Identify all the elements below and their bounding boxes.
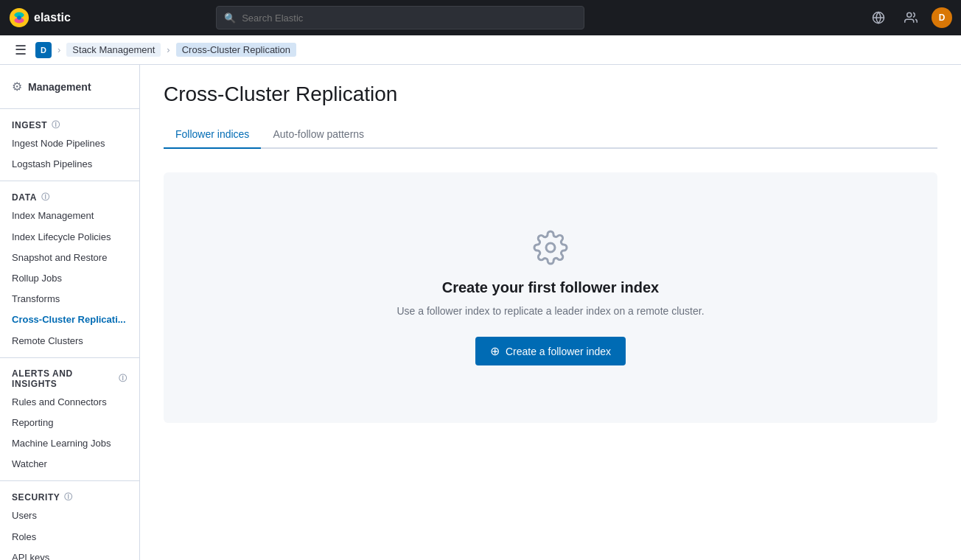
plus-circle-icon: ⊕ — [490, 344, 500, 358]
elastic-wordmark: elastic — [34, 11, 71, 24]
create-follower-index-button[interactable]: ⊕ Create a follower index — [475, 337, 626, 365]
sidebar-item-api-keys[interactable]: API keys — [0, 547, 139, 560]
sidebar-item-machine-learning-jobs[interactable]: Machine Learning Jobs — [0, 433, 139, 454]
sidebar-divider-top — [0, 108, 139, 109]
sidebar-item-cross-cluster-replication[interactable]: Cross-Cluster Replicati... — [0, 309, 139, 330]
breadcrumb-current-page: Cross-Cluster Replication — [176, 43, 296, 57]
user-avatar[interactable]: D — [932, 7, 952, 28]
alerts-label: Alerts and Insights — [12, 368, 114, 389]
sidebar-item-rules-and-connectors[interactable]: Rules and Connectors — [0, 392, 139, 413]
sidebar-item-ingest-node-pipelines[interactable]: Ingest Node Pipelines — [0, 133, 139, 154]
empty-state-container: Create your first follower index Use a f… — [164, 172, 937, 423]
breadcrumb-separator-2: › — [167, 44, 170, 55]
people-icon-button[interactable] — [899, 6, 923, 29]
management-label: Management — [28, 81, 91, 93]
sidebar-data-header: Data ⓘ — [0, 187, 139, 206]
tab-auto-follow-patterns[interactable]: Auto-follow patterns — [261, 121, 376, 149]
people-icon — [904, 11, 918, 24]
security-info-icon[interactable]: ⓘ — [64, 491, 73, 503]
sidebar-divider-ingest — [0, 181, 139, 181]
svg-point-6 — [907, 13, 912, 17]
breadcrumb-separator-1: › — [57, 44, 60, 55]
svg-point-3 — [17, 15, 21, 20]
empty-state-title: Create your first follower index — [396, 279, 704, 296]
alerts-info-icon[interactable]: ⓘ — [119, 373, 127, 384]
search-bar[interactable]: 🔍 — [216, 6, 584, 29]
elastic-logo[interactable]: elastic — [9, 7, 71, 28]
sidebar-security-header: Security ⓘ — [0, 487, 139, 505]
sidebar-ingest-header: Ingest ⓘ — [0, 115, 139, 133]
nav-icons: D — [867, 6, 952, 29]
breadcrumb-bar: ☰ D › Stack Management › Cross-Cluster R… — [0, 35, 961, 65]
sidebar-item-rollup-jobs[interactable]: Rollup Jobs — [0, 268, 139, 289]
tab-follower-indices-label: Follower indices — [175, 128, 249, 140]
main-layout: ⚙ Management Ingest ⓘ Ingest Node Pipeli… — [0, 0, 961, 560]
tabs-container: Follower indices Auto-follow patterns — [164, 121, 937, 149]
sidebar-item-logstash-pipelines[interactable]: Logstash Pipelines — [0, 154, 139, 175]
create-follower-index-label: Create a follower index — [506, 346, 611, 357]
sidebar-item-index-lifecycle-policies[interactable]: Index Lifecycle Policies — [0, 227, 139, 248]
security-label: Security — [12, 492, 60, 503]
sidebar-item-transforms[interactable]: Transforms — [0, 289, 139, 309]
elastic-logo-icon — [9, 7, 29, 28]
d-badge: D — [35, 42, 52, 58]
menu-toggle-button[interactable]: ☰ — [12, 39, 29, 61]
svg-point-7 — [546, 243, 555, 252]
empty-state-gear-icon — [396, 230, 704, 267]
empty-state-description: Use a follower index to replicate a lead… — [396, 304, 704, 319]
sidebar-item-index-management[interactable]: Index Management — [0, 206, 139, 226]
sidebar-item-snapshot-and-restore[interactable]: Snapshot and Restore — [0, 248, 139, 268]
sidebar: ⚙ Management Ingest ⓘ Ingest Node Pipeli… — [0, 65, 140, 560]
breadcrumb-stack-management[interactable]: Stack Management — [66, 43, 161, 57]
ingest-info-icon[interactable]: ⓘ — [52, 119, 60, 130]
data-info-icon[interactable]: ⓘ — [41, 192, 50, 203]
empty-state: Create your first follower index Use a f… — [396, 230, 704, 365]
top-navigation: elastic 🔍 D — [0, 0, 961, 35]
management-gear-icon: ⚙ — [12, 80, 22, 94]
main-content: Cross-Cluster Replication Follower indic… — [140, 65, 961, 560]
ingest-label: Ingest — [12, 120, 47, 130]
tab-follower-indices[interactable]: Follower indices — [164, 121, 261, 149]
sidebar-divider-data — [0, 357, 139, 358]
sidebar-item-users[interactable]: Users — [0, 505, 139, 526]
globe-icon — [872, 11, 885, 24]
search-icon: 🔍 — [224, 13, 236, 24]
page-title: Cross-Cluster Replication — [164, 83, 937, 106]
sidebar-item-roles[interactable]: Roles — [0, 527, 139, 547]
sidebar-alerts-header: Alerts and Insights ⓘ — [0, 364, 139, 392]
sidebar-item-reporting[interactable]: Reporting — [0, 413, 139, 433]
sidebar-item-remote-clusters[interactable]: Remote Clusters — [0, 331, 139, 351]
search-input[interactable] — [242, 13, 576, 24]
sidebar-management-header: ⚙ Management — [0, 74, 139, 102]
tab-auto-follow-patterns-label: Auto-follow patterns — [273, 128, 364, 140]
globe-icon-button[interactable] — [867, 6, 890, 29]
data-label: Data — [12, 192, 37, 203]
sidebar-item-watcher[interactable]: Watcher — [0, 454, 139, 475]
sidebar-divider-alerts — [0, 480, 139, 481]
